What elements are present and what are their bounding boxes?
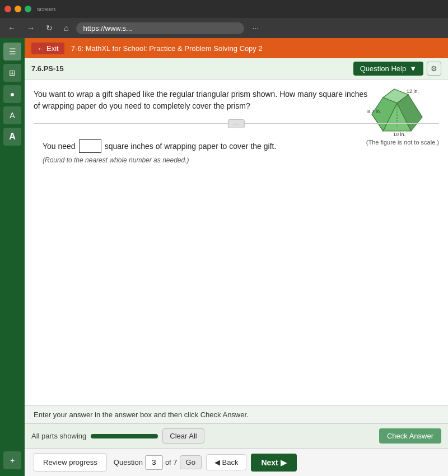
- app-container: ☰ ⊞ ● A A + ← Exit 7-6: MathXL for Schoo…: [0, 38, 448, 476]
- divider-handle[interactable]: ····: [228, 119, 245, 128]
- question-number-input[interactable]: [145, 455, 163, 470]
- screen-label: screen: [37, 6, 55, 12]
- prism-svg: 12 in. 8.7 in. 10 in.: [366, 86, 428, 137]
- main-content: ← Exit 7-6: MathXL for School: Practice …: [25, 38, 448, 476]
- question-text: You want to wrap a gift shaped like the …: [34, 88, 370, 112]
- question-help-label: Question Help: [360, 64, 406, 73]
- divider: ····: [34, 123, 439, 124]
- question-help-button[interactable]: Question Help ▼: [353, 62, 423, 76]
- sidebar-circle-icon[interactable]: ●: [3, 85, 21, 103]
- answer-prefix: You need: [43, 142, 76, 151]
- home-nav-button[interactable]: ⌂: [60, 22, 72, 34]
- clear-all-button[interactable]: Clear All: [162, 428, 204, 444]
- sidebar-add-icon[interactable]: +: [3, 451, 21, 469]
- answer-suffix: square inches of wrapping paper to cover…: [105, 142, 277, 151]
- exit-arrow-icon: ←: [37, 44, 44, 53]
- exit-button[interactable]: ← Exit: [31, 43, 64, 54]
- all-parts-label: All parts showing: [31, 432, 86, 440]
- svg-text:8.7 in.: 8.7 in.: [367, 109, 381, 114]
- exit-label: Exit: [46, 44, 59, 53]
- top-bar: ← Exit 7-6: MathXL for School: Practice …: [25, 38, 448, 58]
- prism-figure: 12 in. 8.7 in. 10 in. (The figure is not…: [366, 86, 439, 146]
- review-progress-button[interactable]: Review progress: [34, 453, 107, 472]
- footer-controls: All parts showing Clear All Check Answer: [25, 423, 448, 448]
- sidebar: ☰ ⊞ ● A A +: [0, 38, 25, 476]
- round-note: (Round to the nearest whole number as ne…: [43, 156, 430, 164]
- sidebar-a1-icon[interactable]: A: [3, 106, 21, 124]
- browser-titlebar: screen: [0, 0, 448, 18]
- instruction-text: Enter your answer in the answer box and …: [34, 410, 249, 419]
- next-button[interactable]: Next ▶: [251, 454, 296, 472]
- go-button[interactable]: Go: [180, 455, 202, 469]
- question-nav: Question of 7 Go: [114, 455, 202, 470]
- settings-icon: ⚙: [431, 64, 437, 73]
- instruction-bar: Enter your answer in the answer box and …: [25, 405, 448, 423]
- question-body: You want to wrap a gift shaped like the …: [25, 80, 448, 405]
- svg-text:10 in.: 10 in.: [393, 132, 405, 137]
- forward-nav-button[interactable]: →: [24, 22, 38, 34]
- progress-bar-track: [91, 434, 158, 438]
- refresh-nav-button[interactable]: ↻: [43, 22, 56, 34]
- question-id: 7.6.PS-15: [31, 64, 353, 73]
- svg-text:12 in.: 12 in.: [407, 88, 419, 94]
- window-maximize-dot[interactable]: [25, 6, 31, 12]
- check-answer-button[interactable]: Check Answer: [379, 428, 441, 444]
- bottom-nav: Review progress Question of 7 Go ◀ Back …: [25, 448, 448, 476]
- question-label: Question: [114, 458, 143, 466]
- window-close-dot[interactable]: [4, 6, 11, 12]
- back-nav-button[interactable]: ←: [4, 22, 19, 34]
- sidebar-pages-icon[interactable]: ⊞: [3, 64, 21, 82]
- sidebar-a2-icon[interactable]: A: [3, 128, 21, 146]
- answer-input[interactable]: [79, 139, 101, 153]
- question-header: 7.6.PS-15 Question Help ▼ ⚙: [25, 58, 448, 80]
- window-minimize-dot[interactable]: [15, 6, 21, 12]
- question-help-arrow-icon: ▼: [409, 64, 417, 73]
- page-title: 7-6: MathXL for School: Practice & Probl…: [71, 44, 263, 53]
- back-button[interactable]: ◀ Back: [206, 454, 247, 470]
- sidebar-menu-icon[interactable]: ☰: [3, 43, 21, 60]
- more-nav-button[interactable]: ···: [249, 22, 262, 34]
- of-total-label: of 7: [165, 458, 178, 466]
- address-bar[interactable]: [76, 22, 244, 34]
- browser-nav: ← → ↻ ⌂ ···: [0, 18, 448, 38]
- settings-button[interactable]: ⚙: [427, 62, 441, 76]
- progress-bar-fill: [91, 434, 158, 438]
- figure-caption: (The figure is not to scale.): [366, 139, 439, 146]
